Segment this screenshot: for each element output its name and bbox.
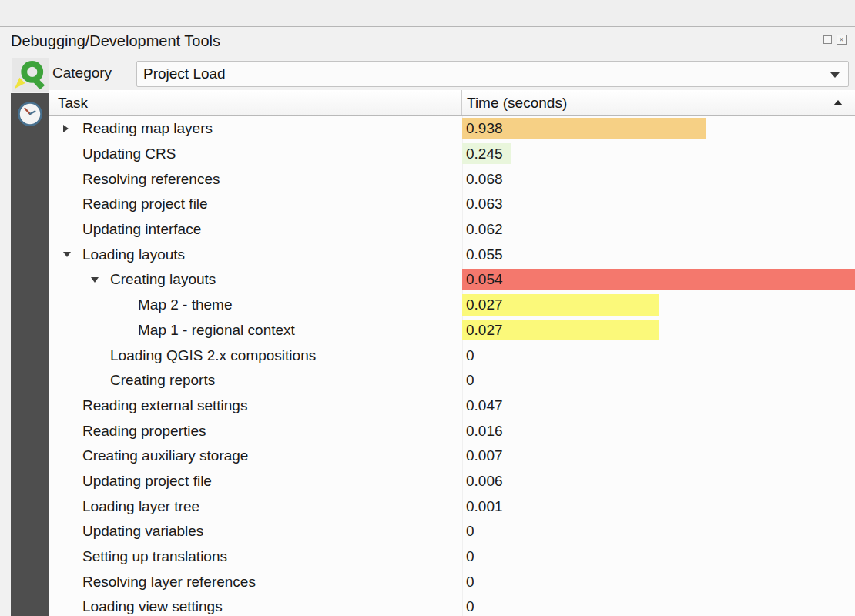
time-value: 0.027: [462, 322, 503, 339]
task-label: Updating variables: [82, 523, 203, 540]
time-value: 0: [462, 372, 474, 389]
task-label: Creating layouts: [110, 271, 216, 288]
chevron-down-icon: [830, 72, 840, 78]
table-row[interactable]: Loading view settings0: [49, 594, 855, 616]
category-dropdown-value: Project Load: [143, 65, 226, 82]
left-toolbar: [11, 93, 49, 616]
table-row[interactable]: Creating auxiliary storage0.007: [49, 444, 855, 469]
task-label: Creating auxiliary storage: [82, 447, 248, 464]
time-bar: [462, 269, 855, 290]
table-row[interactable]: Setting up translations0: [49, 544, 855, 570]
chevron-down-icon[interactable]: [63, 252, 82, 257]
task-label: Updating interface: [82, 221, 201, 238]
task-label: Reading project file: [82, 196, 208, 213]
time-value: 0.245: [462, 146, 503, 162]
table-row[interactable]: Reading map layers0.938: [49, 116, 855, 142]
table-header: Task Time (seconds): [49, 90, 855, 116]
table-row[interactable]: Loading layer tree0.001: [49, 494, 855, 519]
time-value: 0.016: [462, 423, 503, 440]
time-value: 0: [462, 598, 474, 615]
task-label: Setting up translations: [82, 548, 227, 565]
table-row[interactable]: Resolving layer references0: [49, 569, 855, 594]
time-value: 0: [462, 523, 474, 540]
table-rows: Reading map layers0.938Updating CRS0.245…: [49, 116, 855, 616]
table-row[interactable]: Loading QGIS 2.x compositions0: [49, 343, 855, 368]
category-dropdown[interactable]: Project Load: [136, 61, 849, 87]
time-value: 0.055: [462, 246, 503, 263]
time-value: 0: [462, 548, 474, 565]
task-label: Reading properties: [82, 423, 206, 440]
task-label: Updating CRS: [82, 146, 176, 162]
table-row[interactable]: Updating CRS0.245: [49, 142, 855, 167]
task-label: Reading map layers: [82, 120, 213, 137]
table-row[interactable]: Updating variables0: [49, 519, 855, 544]
profiler-table: Task Time (seconds) Reading map layers0.…: [49, 90, 855, 616]
task-label: Loading view settings: [82, 598, 223, 615]
time-value: 0.054: [462, 271, 503, 288]
column-header-task[interactable]: Task: [49, 90, 462, 116]
table-row[interactable]: Creating reports0: [49, 368, 855, 393]
table-row[interactable]: Map 1 - regional context0.027: [49, 318, 855, 343]
qgis-logo-icon: [12, 58, 49, 92]
time-value: 0.062: [462, 221, 503, 238]
profiler-clock-button[interactable]: [15, 101, 45, 130]
task-label: Loading QGIS 2.x compositions: [110, 347, 316, 364]
clock-icon: [16, 100, 44, 131]
table-row[interactable]: Map 2 - theme0.027: [49, 293, 855, 318]
panel-title: Debugging/Development Tools: [11, 32, 220, 50]
task-label: Map 2 - theme: [138, 296, 233, 313]
time-value: 0.938: [462, 120, 503, 137]
category-label: Category: [52, 65, 112, 82]
task-label: Resolving references: [82, 171, 220, 188]
time-value: 0.063: [462, 196, 503, 213]
table-row[interactable]: Reading properties0.016: [49, 418, 855, 444]
close-panel-icon[interactable]: ×: [837, 35, 847, 45]
chevron-down-icon[interactable]: [91, 277, 110, 283]
time-value: 0.007: [462, 447, 503, 464]
column-header-time[interactable]: Time (seconds): [463, 90, 855, 116]
table-row[interactable]: Updating interface0.062: [49, 217, 855, 243]
column-header-time-label: Time (seconds): [467, 95, 567, 112]
task-label: Loading layouts: [82, 246, 185, 263]
time-value: 0: [462, 347, 474, 364]
time-value: 0.068: [462, 171, 503, 188]
table-row[interactable]: Reading project file0.063: [49, 192, 855, 217]
time-value: 0.001: [462, 498, 503, 515]
desktop-background: [0, 0, 855, 27]
task-label: Map 1 - regional context: [138, 322, 295, 339]
table-row[interactable]: Resolving references0.068: [49, 166, 855, 192]
column-header-task-label: Task: [58, 95, 88, 112]
float-window-icon[interactable]: [823, 35, 832, 44]
task-label: Creating reports: [110, 372, 215, 389]
sort-ascending-icon: [833, 100, 843, 105]
time-value: 0: [462, 574, 474, 591]
table-row[interactable]: Updating project file0.006: [49, 469, 855, 494]
task-label: Resolving layer references: [82, 574, 256, 591]
task-label: Loading layer tree: [82, 498, 200, 515]
time-value: 0.006: [462, 473, 503, 490]
table-row[interactable]: Loading layouts0.055: [49, 242, 855, 267]
table-row[interactable]: Creating layouts0.054: [49, 267, 855, 293]
chevron-right-icon[interactable]: [63, 125, 82, 132]
time-value: 0.027: [462, 296, 503, 313]
dock-controls: ×: [823, 35, 847, 45]
table-row[interactable]: Reading external settings0.047: [49, 393, 855, 419]
task-label: Reading external settings: [82, 397, 247, 414]
time-value: 0.047: [462, 397, 503, 414]
task-label: Updating project file: [82, 473, 212, 490]
